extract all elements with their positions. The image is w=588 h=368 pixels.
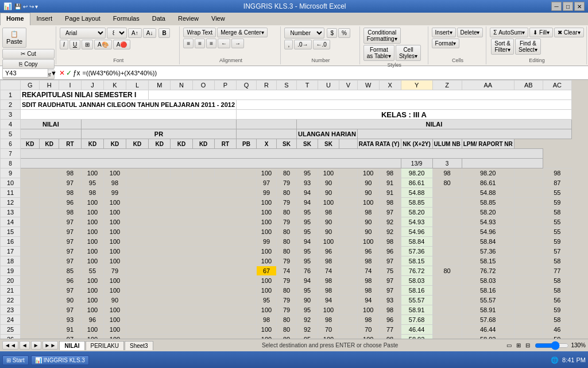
col-ac-header[interactable]: AC bbox=[543, 80, 571, 90]
cell-j22[interactable]: 100 bbox=[81, 296, 103, 305]
cell-g23[interactable] bbox=[21, 305, 40, 315]
cell-z15[interactable] bbox=[432, 227, 462, 237]
cell-y20[interactable]: 58.03 bbox=[401, 276, 432, 286]
cell-t24[interactable]: 92 bbox=[297, 315, 318, 325]
cell-u23[interactable]: 100 bbox=[318, 305, 339, 315]
cell-u17[interactable]: 96 bbox=[318, 247, 339, 256]
cell-ac23[interactable]: 59 bbox=[543, 305, 571, 315]
cell-y22[interactable]: 55.57 bbox=[401, 296, 432, 305]
cell-y12[interactable]: 58.85 bbox=[401, 198, 432, 208]
cell-ab11[interactable] bbox=[514, 188, 543, 198]
formula-expand-icon[interactable]: ▼ bbox=[51, 70, 57, 76]
cell-y23[interactable]: 58.91 bbox=[401, 305, 432, 315]
cell-aa25[interactable]: 46.44 bbox=[462, 325, 514, 335]
cell-h18[interactable] bbox=[40, 256, 59, 266]
paste-button[interactable]: 📋Paste bbox=[2, 28, 26, 48]
indent-inc-button[interactable]: → bbox=[231, 39, 244, 48]
excel-taskbar-btn[interactable]: 📊 INGGRIS KLS.3 bbox=[31, 355, 89, 365]
cell-ac22[interactable]: 56 bbox=[543, 296, 571, 305]
cell-g12[interactable] bbox=[21, 198, 40, 208]
cell-s12[interactable]: 79 bbox=[277, 198, 297, 208]
cell-s23[interactable]: 79 bbox=[277, 305, 297, 315]
cell-g17[interactable] bbox=[21, 247, 40, 256]
cell-y15[interactable]: 54.96 bbox=[401, 227, 432, 237]
cell-ab14[interactable] bbox=[514, 217, 543, 227]
cell-i24[interactable]: 93 bbox=[59, 315, 81, 325]
tab-review[interactable]: Review bbox=[172, 13, 205, 25]
cell-i19[interactable]: 85 bbox=[59, 266, 81, 276]
sheet-nav-left-button[interactable]: ◄◄ bbox=[2, 341, 18, 350]
cell-r15[interactable]: 100 bbox=[257, 227, 277, 237]
row-num-3[interactable]: 3 bbox=[1, 110, 21, 120]
cell-j11[interactable]: 98 bbox=[81, 188, 103, 198]
cell-ab13[interactable] bbox=[514, 208, 543, 217]
cell-styles-button[interactable]: CellStyles▾ bbox=[396, 45, 421, 61]
cell-aa16[interactable]: 58.84 bbox=[462, 237, 514, 247]
cell-g9[interactable] bbox=[21, 168, 40, 178]
cell-w9[interactable]: 100 bbox=[357, 168, 379, 178]
row-num-5[interactable]: 5 bbox=[1, 129, 21, 139]
clear-button[interactable]: ✖ Clear▾ bbox=[554, 28, 584, 37]
cell-r25[interactable]: 100 bbox=[257, 325, 277, 335]
cut-button[interactable]: ✂ Cut bbox=[2, 49, 55, 59]
cell-s20[interactable]: 79 bbox=[277, 276, 297, 286]
cell-x13[interactable]: 97 bbox=[379, 208, 401, 217]
cell-r11[interactable]: 99 bbox=[257, 188, 277, 198]
cell-i12[interactable]: 96 bbox=[59, 198, 81, 208]
cell-l9[interactable] bbox=[126, 168, 149, 178]
cell-j9[interactable]: 100 bbox=[81, 168, 103, 178]
cell-k26[interactable]: 100 bbox=[103, 335, 126, 339]
cell-w25[interactable]: 70 bbox=[357, 325, 379, 335]
underline-button[interactable]: U bbox=[69, 40, 80, 49]
cell-k10[interactable]: 98 bbox=[103, 178, 126, 188]
cell-h15[interactable] bbox=[40, 227, 59, 237]
row-num-22[interactable]: 22 bbox=[1, 296, 21, 305]
col-s-header[interactable]: S bbox=[277, 80, 297, 90]
cell-i18[interactable]: 97 bbox=[59, 256, 81, 266]
cell-q9[interactable] bbox=[237, 168, 257, 178]
row-num-10[interactable]: 10 bbox=[1, 178, 21, 188]
cell-ac12[interactable]: 59 bbox=[543, 198, 571, 208]
cell-aa13[interactable]: 58.20 bbox=[462, 208, 514, 217]
cell-y17[interactable]: 57.36 bbox=[401, 247, 432, 256]
cell-s24[interactable]: 80 bbox=[277, 315, 297, 325]
cell-aa20[interactable]: 58.03 bbox=[462, 276, 514, 286]
cell-n9[interactable] bbox=[171, 168, 192, 178]
cell-aa26[interactable]: 58.92 bbox=[462, 335, 514, 339]
cell-r22[interactable]: 95 bbox=[257, 296, 277, 305]
row-num-9[interactable]: 9 bbox=[1, 168, 21, 178]
cell-w18[interactable]: 98 bbox=[357, 256, 379, 266]
cell-z25[interactable] bbox=[432, 325, 462, 335]
cell-y9[interactable]: 98.20 bbox=[401, 168, 432, 178]
cell-x24[interactable]: 96 bbox=[379, 315, 401, 325]
cell-w11[interactable]: 90 bbox=[357, 188, 379, 198]
cell-ac19[interactable]: 77 bbox=[543, 266, 571, 276]
font-color-button[interactable]: A🔴 bbox=[113, 40, 131, 49]
row-num-18[interactable]: 18 bbox=[1, 256, 21, 266]
cell-i9[interactable]: 98 bbox=[59, 168, 81, 178]
cell-o9[interactable] bbox=[192, 168, 214, 178]
cell-z19[interactable]: 80 bbox=[432, 266, 462, 276]
find-select-button[interactable]: Find &Select▾ bbox=[515, 39, 541, 55]
cell-j19[interactable]: 55 bbox=[81, 266, 103, 276]
cell-z23[interactable] bbox=[432, 305, 462, 315]
cell-k21[interactable]: 100 bbox=[103, 286, 126, 296]
cell-aa18[interactable]: 58.15 bbox=[462, 256, 514, 266]
cell-k16[interactable]: 100 bbox=[103, 237, 126, 247]
cell-t26[interactable]: 95 bbox=[297, 335, 318, 339]
cancel-formula-icon[interactable]: ✕ bbox=[59, 69, 65, 77]
format-cells-button[interactable]: Format▾ bbox=[432, 39, 460, 48]
cell-s17[interactable]: 80 bbox=[277, 247, 297, 256]
copy-button[interactable]: ⎘ Copy bbox=[2, 59, 55, 69]
col-h-header[interactable]: H bbox=[40, 80, 59, 90]
row-num-25[interactable]: 25 bbox=[1, 325, 21, 335]
cell-z20[interactable] bbox=[432, 276, 462, 286]
comma-button[interactable]: , bbox=[284, 40, 293, 49]
cell-y19[interactable]: 76.72 bbox=[401, 266, 432, 276]
sheet-container[interactable]: G H I J K L M N O P Q R S T U V W bbox=[0, 80, 588, 339]
cell-ab18[interactable] bbox=[514, 256, 543, 266]
cell-ac17[interactable]: 57 bbox=[543, 247, 571, 256]
cell-k17[interactable]: 100 bbox=[103, 247, 126, 256]
cell-u13[interactable]: 98 bbox=[318, 208, 339, 217]
cell-h25[interactable] bbox=[40, 325, 59, 335]
